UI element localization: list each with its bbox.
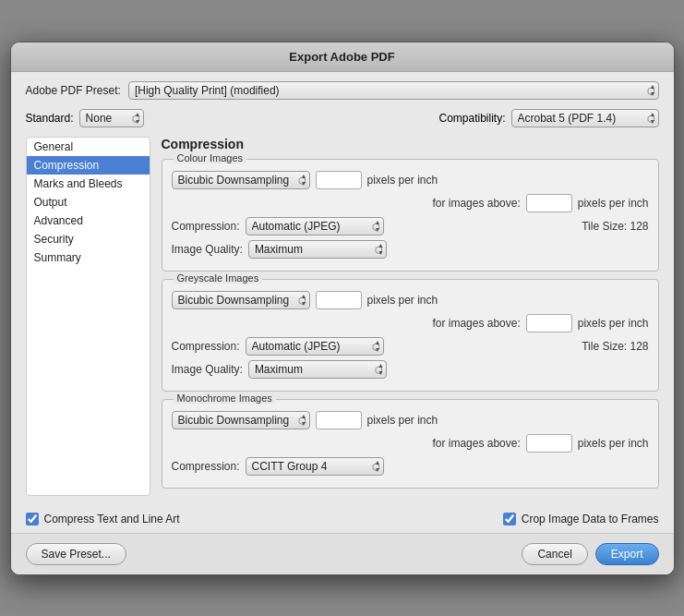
compat-select[interactable]: Acrobat 5 (PDF 1.4) bbox=[511, 109, 659, 127]
mono-compression-select-wrapper: CCITT Group 4 bbox=[246, 457, 384, 476]
grey-above-value[interactable]: 450 bbox=[526, 314, 572, 332]
grey-compression-select[interactable]: Automatic (JPEG) bbox=[246, 337, 384, 356]
mono-downsample-value[interactable]: 1200 bbox=[316, 411, 362, 429]
crop-image-label: Crop Image Data to Frames bbox=[522, 513, 659, 525]
sidebar-item-advanced[interactable]: Advanced bbox=[27, 211, 150, 230]
preset-select-wrapper: [High Quality Print] (modified) bbox=[128, 81, 659, 100]
grey-compression-select-wrapper: Automatic (JPEG) bbox=[246, 337, 384, 356]
colour-quality-row: Image Quality: Maximum bbox=[172, 240, 649, 259]
mono-downsample-select[interactable]: Bicubic Downsampling to bbox=[172, 411, 310, 429]
colour-compression-select-wrapper: Automatic (JPEG) bbox=[246, 217, 384, 236]
mono-above-label: for images above: bbox=[432, 437, 520, 450]
colour-compression-row: Compression: Automatic (JPEG) Tile Size:… bbox=[172, 217, 649, 236]
colour-downsample-select[interactable]: Bicubic Downsampling to bbox=[172, 171, 310, 189]
standard-label: Standard: bbox=[26, 112, 74, 125]
grey-compression-row: Compression: Automatic (JPEG) Tile Size:… bbox=[172, 337, 649, 356]
main-content: General Compression Marks and Bleeds Out… bbox=[11, 137, 674, 505]
grey-above-row: for images above: 450 pixels per inch bbox=[172, 314, 649, 332]
crop-image-check-item: Crop Image Data to Frames bbox=[503, 513, 659, 525]
colour-above-unit: pixels per inch bbox=[578, 197, 649, 210]
grey-downsample-select[interactable]: Bicubic Downsampling to bbox=[172, 291, 310, 309]
grey-downsample-unit: pixels per inch bbox=[367, 294, 438, 307]
colour-compression-label: Compression: bbox=[172, 220, 240, 233]
dialog-title: Export Adobe PDF bbox=[289, 50, 394, 64]
sidebar-item-compression[interactable]: Compression bbox=[27, 156, 150, 175]
content-area: Compression Colour Images Bicubic Downsa… bbox=[162, 137, 659, 496]
sidebar-item-output[interactable]: Output bbox=[27, 193, 150, 211]
sidebar: General Compression Marks and Bleeds Out… bbox=[26, 137, 150, 496]
colour-above-value[interactable]: 450 bbox=[526, 194, 572, 212]
preset-select[interactable]: [High Quality Print] (modified) bbox=[128, 81, 659, 100]
footer: Save Preset... Cancel Export bbox=[11, 533, 674, 574]
sidebar-item-general[interactable]: General bbox=[27, 138, 150, 156]
footer-left: Save Preset... bbox=[26, 543, 522, 565]
mono-above-unit: pixels per inch bbox=[578, 437, 649, 450]
save-preset-button[interactable]: Save Preset... bbox=[26, 543, 126, 565]
monochrome-images-title: Monochrome Images bbox=[174, 393, 276, 404]
standard-group: Standard: None bbox=[26, 109, 144, 127]
preset-label: Adobe PDF Preset: bbox=[26, 84, 121, 97]
mono-downsample-unit: pixels per inch bbox=[367, 414, 438, 427]
sidebar-item-security[interactable]: Security bbox=[27, 230, 150, 248]
colour-above-row: for images above: 450 pixels per inch bbox=[172, 194, 649, 212]
grey-downsample-value[interactable]: 300 bbox=[316, 291, 362, 309]
grey-quality-label: Image Quality: bbox=[172, 363, 243, 376]
grey-compression-label: Compression: bbox=[172, 340, 240, 353]
export-button[interactable]: Export bbox=[595, 543, 659, 565]
colour-downsample-select-wrapper: Bicubic Downsampling to bbox=[172, 171, 310, 189]
mono-downsample-select-wrapper: Bicubic Downsampling to bbox=[172, 411, 310, 429]
compat-label: Compatibility: bbox=[438, 112, 505, 125]
mono-compression-label: Compression: bbox=[172, 460, 240, 473]
grey-downsample-row: Bicubic Downsampling to 300 pixels per i… bbox=[172, 291, 649, 309]
colour-images-title: Colour Images bbox=[174, 152, 247, 163]
grey-quality-select-wrapper: Maximum bbox=[248, 360, 387, 379]
grey-quality-select[interactable]: Maximum bbox=[248, 360, 387, 379]
greyscale-images-title: Greyscale Images bbox=[174, 272, 263, 284]
colour-tile-label: Tile Size: 128 bbox=[582, 220, 648, 233]
mono-compression-row: Compression: CCITT Group 4 bbox=[172, 457, 649, 476]
compress-text-checkbox[interactable] bbox=[26, 513, 39, 525]
sidebar-item-marks-bleeds[interactable]: Marks and Bleeds bbox=[27, 175, 150, 193]
colour-above-label: for images above: bbox=[432, 197, 520, 210]
mono-compression-select[interactable]: CCITT Group 4 bbox=[246, 457, 384, 476]
monochrome-images-inner: Bicubic Downsampling to 1200 pixels per … bbox=[172, 411, 649, 476]
compress-text-check-item: Compress Text and Line Art bbox=[26, 513, 180, 525]
standard-select[interactable]: None bbox=[79, 109, 144, 127]
standard-select-wrapper: None bbox=[79, 109, 144, 127]
standard-compat-row: Standard: None Compatibility: Acrobat 5 … bbox=[11, 109, 674, 137]
grey-quality-row: Image Quality: Maximum bbox=[172, 360, 649, 379]
grey-tile-label: Tile Size: 128 bbox=[582, 340, 648, 353]
compress-text-label: Compress Text and Line Art bbox=[44, 513, 180, 525]
colour-downsample-row: Bicubic Downsampling to 300 pixels per i… bbox=[172, 171, 649, 189]
mono-above-value[interactable]: 1800 bbox=[526, 434, 572, 453]
grey-above-unit: pixels per inch bbox=[578, 317, 649, 330]
export-pdf-dialog: Export Adobe PDF Adobe PDF Preset: [High… bbox=[10, 42, 675, 575]
mono-above-row: for images above: 1800 pixels per inch bbox=[172, 434, 649, 453]
colour-quality-select[interactable]: Maximum bbox=[248, 240, 387, 259]
cancel-button[interactable]: Cancel bbox=[522, 543, 587, 565]
bottom-checkboxes: Compress Text and Line Art Crop Image Da… bbox=[11, 505, 674, 533]
colour-downsample-value[interactable]: 300 bbox=[316, 171, 362, 189]
sidebar-item-summary[interactable]: Summary bbox=[27, 248, 150, 267]
footer-right: Cancel Export bbox=[522, 543, 658, 565]
compat-group: Compatibility: Acrobat 5 (PDF 1.4) bbox=[438, 109, 658, 127]
preset-row: Adobe PDF Preset: [High Quality Print] (… bbox=[11, 72, 674, 109]
colour-images-group: Colour Images Bicubic Downsampling to 30… bbox=[162, 159, 659, 272]
dialog-titlebar: Export Adobe PDF bbox=[11, 42, 674, 72]
colour-quality-label: Image Quality: bbox=[172, 243, 243, 256]
mono-downsample-row: Bicubic Downsampling to 1200 pixels per … bbox=[172, 411, 649, 429]
colour-downsample-unit: pixels per inch bbox=[367, 174, 438, 187]
grey-above-label: for images above: bbox=[432, 317, 520, 330]
colour-compression-select[interactable]: Automatic (JPEG) bbox=[246, 217, 384, 236]
greyscale-images-group: Greyscale Images Bicubic Downsampling to… bbox=[162, 279, 659, 392]
colour-images-inner: Bicubic Downsampling to 300 pixels per i… bbox=[172, 171, 649, 259]
section-title: Compression bbox=[162, 137, 659, 151]
crop-image-checkbox[interactable] bbox=[503, 513, 516, 525]
grey-downsample-select-wrapper: Bicubic Downsampling to bbox=[172, 291, 310, 309]
greyscale-images-inner: Bicubic Downsampling to 300 pixels per i… bbox=[172, 291, 649, 379]
monochrome-images-group: Monochrome Images Bicubic Downsampling t… bbox=[162, 399, 659, 489]
colour-quality-select-wrapper: Maximum bbox=[248, 240, 387, 259]
compat-select-wrapper: Acrobat 5 (PDF 1.4) bbox=[511, 109, 659, 127]
